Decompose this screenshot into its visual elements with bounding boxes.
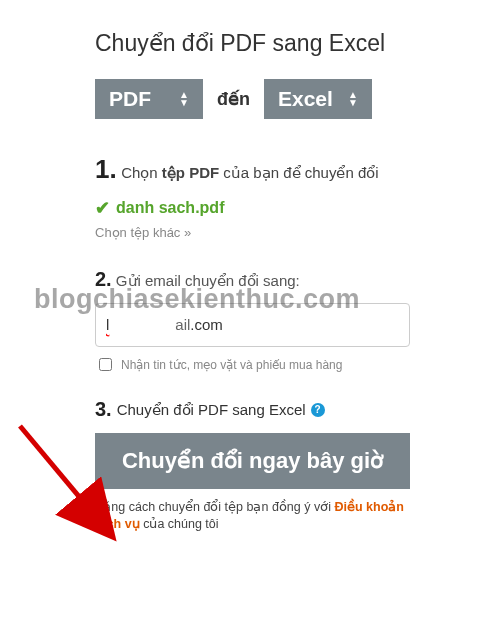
step-3-text: Chuyển đổi PDF sang Excel <box>117 401 306 419</box>
format-from-label: PDF <box>109 87 151 111</box>
step-3-num: 3. <box>95 398 112 421</box>
step-3: 3. Chuyển đổi PDF sang Excel ? <box>95 398 410 421</box>
step-1-text: Chọn tệp PDF của bạn để chuyển đổi <box>121 164 378 181</box>
format-from-select[interactable]: PDF ▲▼ <box>95 79 203 119</box>
file-name: danh sach.pdf <box>116 199 224 217</box>
choose-other-file-link[interactable]: Chọn tệp khác » <box>95 225 410 240</box>
selected-file-row: ✔ danh sach.pdf <box>95 197 410 219</box>
step-2: 2. Gửi email chuyển đổi sang: <box>95 268 410 291</box>
check-icon: ✔ <box>95 197 110 219</box>
chevron-sort-icon: ▲▼ <box>179 91 189 107</box>
email-field[interactable]: l⠀⠀⠀⠀⠀⠀ail.com <box>95 303 410 347</box>
page-title: Chuyển đổi PDF sang Excel <box>95 30 410 57</box>
newsletter-row: Nhận tin tức, mẹo vặt và phiếu mua hàng <box>95 355 410 374</box>
step-2-num: 2. <box>95 268 112 290</box>
format-to-value: Excel <box>278 87 333 111</box>
format-to-select[interactable]: Excel ▲▼ <box>264 79 372 119</box>
format-row: PDF ▲▼ đến Excel ▲▼ <box>95 79 410 119</box>
convert-button[interactable]: Chuyển đổi ngay bây giờ <box>95 433 410 489</box>
newsletter-checkbox[interactable] <box>99 358 112 371</box>
format-to-label: đến <box>217 88 250 110</box>
step-2-text: Gửi email chuyển đổi sang: <box>116 272 300 289</box>
newsletter-label: Nhận tin tức, mẹo vặt và phiếu mua hàng <box>121 358 342 372</box>
help-icon[interactable]: ? <box>311 403 325 417</box>
terms-text: Bằng cách chuyển đổi tệp bạn đồng ý với … <box>95 499 410 534</box>
step-1: 1. Chọn tệp PDF của bạn để chuyển đổi <box>95 154 410 185</box>
step-1-num: 1. <box>95 154 117 184</box>
chevron-sort-icon: ▲▼ <box>348 91 358 107</box>
